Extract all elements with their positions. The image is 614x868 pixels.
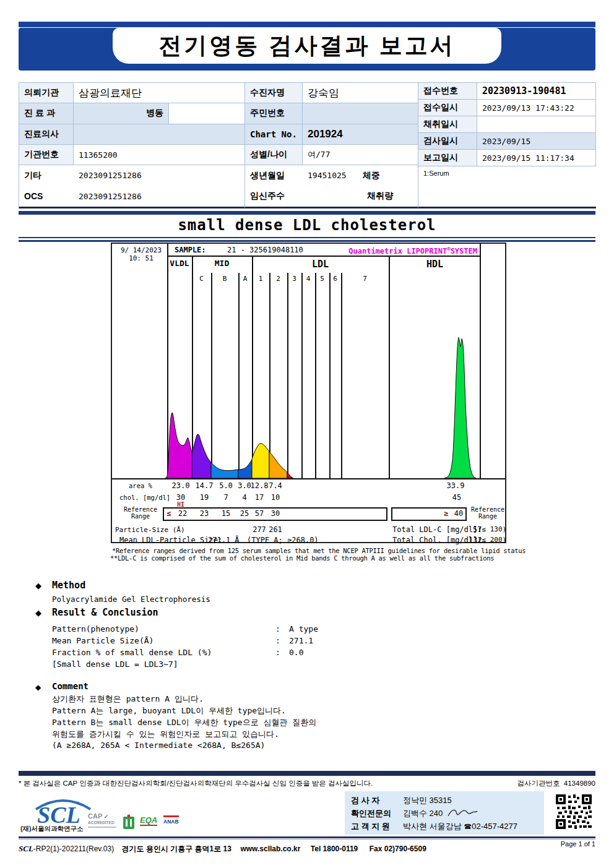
total-ldl-label: Total LDL-C [mg/dl]: bbox=[392, 525, 482, 534]
ldl1-peak bbox=[252, 444, 269, 479]
ref-word-4: Range bbox=[470, 513, 506, 520]
green-cert-logo-icon bbox=[123, 814, 135, 830]
eqa-logo: EQA bbox=[140, 815, 157, 826]
diamond-icon: ◆ bbox=[35, 608, 41, 617]
result-label-pattern: Pattern(phenotype) bbox=[52, 624, 139, 634]
ref-ldl1: 57 bbox=[255, 509, 264, 518]
staff-row-tester: 검 사 자 정낙민 35315 bbox=[351, 794, 538, 807]
signature-icon bbox=[446, 807, 478, 820]
vldl-peak bbox=[165, 413, 192, 478]
baseline bbox=[112, 478, 505, 479]
mean-size-type: (TYPE A; ≥268.0) bbox=[247, 536, 319, 544]
greater-equal-icon: ≥ bbox=[444, 509, 448, 518]
section-title: small dense LDL cholesterol bbox=[0, 217, 614, 234]
label-weight: 체중 bbox=[363, 170, 380, 181]
value-gestation: 채취량 bbox=[303, 186, 418, 206]
result-value-size: 271.1 bbox=[289, 636, 313, 645]
area-mid-a: 3.0 bbox=[238, 481, 251, 490]
comment-line-2: Pattern A는 large, buoyant LDL이 우세한 type입… bbox=[52, 705, 286, 716]
particle-ldl2: 261 bbox=[269, 525, 282, 534]
ref-mid-b: 15 bbox=[222, 509, 230, 518]
colon: : bbox=[275, 636, 280, 645]
label-patient-name: 수진자명 bbox=[245, 83, 303, 103]
reception-info-table: 접수번호 20230913-190481 접수일시 2023/09/13 17:… bbox=[418, 82, 596, 208]
footnote-2: **LDL-C is comprised of the sum of chole… bbox=[110, 554, 494, 562]
lab-org-number-value: 41349890 bbox=[564, 780, 595, 787]
chol-hdl: 45 bbox=[452, 493, 461, 502]
result-note: [Small dense LDL = LDL3~7] bbox=[52, 660, 178, 669]
lipoprint-chart: 9/ 14/2023 10: 51 SAMPLE: 21 - 325619048… bbox=[111, 243, 506, 543]
label-ocs: OCS bbox=[19, 186, 74, 206]
birth-date-value: 19451025 bbox=[308, 171, 347, 180]
label-reception-no: 접수번호 bbox=[418, 83, 477, 100]
value-reception-no: 20230913-190481 bbox=[477, 83, 596, 100]
customer-support-value: 박사현 서울강남 ☎02-457-4277 bbox=[403, 821, 517, 832]
doc-code: SCL-RP2(1)-202211(Rev.03) bbox=[19, 844, 114, 853]
ref-word-1: Reference bbox=[122, 506, 159, 513]
value-reception-dt: 2023/09/13 17:43:22 bbox=[477, 100, 596, 116]
area-mid-c: 14.7 bbox=[196, 481, 214, 490]
label-reception-dt: 접수일시 bbox=[418, 100, 477, 116]
bottom-rule-thin bbox=[19, 839, 595, 840]
lab-org-number-label: 검사기관번호 bbox=[517, 780, 560, 787]
ref-vldl: 22 bbox=[178, 509, 187, 518]
value-department-2 bbox=[169, 103, 245, 124]
staff-panel: 검 사 자 정낙민 35315 확인전문의 김백수 240 고 객 지 원 박사… bbox=[345, 791, 544, 835]
label-doctor: 진료의사 bbox=[19, 124, 74, 145]
area-vldl: 23.0 bbox=[172, 481, 190, 490]
cap-logo-text: CAP bbox=[88, 812, 102, 820]
chol-ldl1: 17 bbox=[255, 493, 264, 502]
bottom-rule-thick bbox=[19, 836, 595, 838]
label-report-dt: 보고일시 bbox=[418, 150, 477, 166]
ref-range-label-left: Reference Range bbox=[122, 506, 159, 520]
densitometry-curve bbox=[112, 244, 508, 478]
lab-address: 경기도 용인시 기흥구 흥덕1로 13 bbox=[122, 844, 231, 853]
value-etc: 2023091251286 bbox=[74, 165, 245, 186]
cap-logo-underline bbox=[88, 827, 116, 828]
result-heading: Result & Conclusion bbox=[52, 607, 158, 618]
colon: : bbox=[275, 624, 280, 634]
patient-info-table: 수진자명 강숙임 주민번호 Chart No. 201924 성별/나이 여/7… bbox=[244, 82, 418, 208]
label-requesting-org: 의뢰기관 bbox=[19, 83, 74, 103]
lab-org-number: 검사기관번호 41349890 bbox=[517, 779, 595, 788]
label-sex-age: 성별/나이 bbox=[245, 145, 303, 165]
value-org-number: 11365200 bbox=[74, 145, 245, 165]
ref-mid-a: 25 bbox=[240, 509, 249, 518]
section-rule-b bbox=[19, 240, 595, 242]
diamond-icon: ◆ bbox=[35, 581, 41, 590]
chol-mid-c: 19 bbox=[200, 493, 209, 502]
area-ldl2: 7.4 bbox=[269, 481, 282, 490]
comment-line-3: Pattern B는 small dense LDL이 우세한 type으로 심… bbox=[52, 717, 316, 728]
qr-code-icon bbox=[556, 794, 592, 829]
lab-website: www.scllab.co.kr bbox=[240, 844, 300, 853]
staff-row-confirming-doctor: 확인전문의 김백수 240 bbox=[351, 807, 538, 820]
label-collection-dt: 채취일시 bbox=[418, 116, 477, 133]
value-chart-no: 201924 bbox=[303, 124, 418, 145]
comment-line-4: 위험도를 증가시킬 수 있는 위험인자로 보고되고 있습니다. bbox=[52, 729, 279, 740]
confirming-doctor-value: 김백수 240 bbox=[403, 808, 443, 819]
title-panel: 전기영동 검사결과 보고서 bbox=[113, 28, 501, 64]
section-rule-a bbox=[19, 237, 595, 238]
cap-accredited-logo: CAP ✓ ACCREDITED bbox=[88, 814, 116, 828]
ref-mid-c: 23 bbox=[200, 509, 209, 518]
value-birth-date: 19451025 체중 bbox=[303, 165, 418, 186]
value-test-dt: 2023/09/15 bbox=[477, 133, 596, 150]
page-title: 전기영동 검사결과 보고서 bbox=[158, 30, 456, 61]
value-patient-name: 강숙임 bbox=[303, 83, 418, 103]
area-ldl1: 12.8 bbox=[251, 481, 269, 490]
footer-rule bbox=[19, 771, 595, 776]
ref-word-2: Range bbox=[122, 513, 159, 520]
label-birth-date: 생년월일 bbox=[245, 165, 303, 186]
ref-ldl2: 30 bbox=[271, 509, 280, 518]
mid-b-area bbox=[211, 463, 238, 479]
label-gestation: 임신주수 bbox=[245, 186, 303, 206]
value-sex-age: 여/77 bbox=[303, 145, 418, 165]
value-report-dt: 2023/09/15 11:17:34 bbox=[477, 150, 596, 166]
comment-line-1: 상기환자 표현형은 pattern A 입니다. bbox=[52, 694, 204, 705]
ref-hdl: 40 bbox=[454, 509, 463, 518]
result-value-fraction: 0.0 bbox=[289, 648, 303, 657]
result-value-pattern: A type bbox=[289, 624, 318, 634]
tester-label: 검 사 자 bbox=[351, 795, 403, 806]
ldl2-area bbox=[269, 452, 287, 478]
cap-accredited-text: ACCREDITED bbox=[88, 820, 116, 825]
